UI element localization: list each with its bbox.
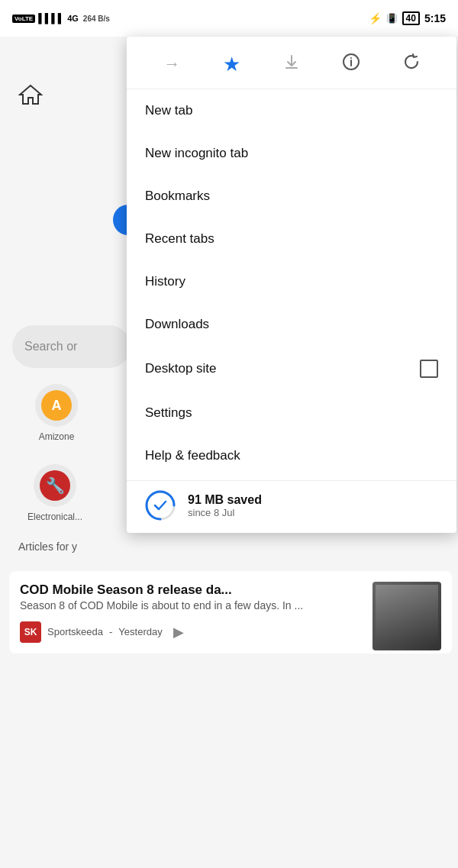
menu-item-recent-tabs-label: Recent tabs bbox=[145, 231, 214, 247]
shortcut-amizone[interactable]: A Amizone bbox=[35, 384, 78, 442]
data-saved-text: 91 MB saved since 8 Jul bbox=[188, 493, 262, 518]
home-icon[interactable] bbox=[18, 82, 43, 110]
shortcut-amizone-label: Amizone bbox=[39, 431, 75, 442]
menu-item-downloads-label: Downloads bbox=[145, 317, 209, 332]
menu-item-downloads[interactable]: Downloads bbox=[127, 303, 456, 346]
menu-item-history-label: History bbox=[145, 274, 185, 289]
menu-item-bookmarks-label: Bookmarks bbox=[145, 189, 210, 204]
star-icon: ★ bbox=[223, 53, 240, 76]
data-saved-since: since 8 Jul bbox=[188, 507, 262, 518]
menu-item-help-feedback[interactable]: Help & feedback bbox=[127, 434, 456, 477]
menu-item-bookmarks[interactable]: Bookmarks bbox=[127, 175, 456, 218]
search-bar[interactable]: Search or bbox=[12, 325, 131, 368]
vibrate-icon: 📳 bbox=[386, 13, 398, 24]
bookmark-button[interactable]: ★ bbox=[217, 49, 247, 79]
data-saved-row: 91 MB saved since 8 Jul bbox=[127, 480, 456, 524]
reload-button[interactable] bbox=[396, 49, 427, 79]
news-title: COD Mobile Season 8 release da... bbox=[20, 582, 365, 599]
shortcut-electronic-label: Electronical... bbox=[27, 511, 82, 522]
source-icon: SK bbox=[20, 621, 41, 643]
info-button[interactable] bbox=[336, 49, 366, 79]
menu-item-new-incognito-tab[interactable]: New incognito tab bbox=[127, 132, 456, 175]
news-thumbnail bbox=[373, 582, 441, 650]
search-placeholder-text: Search or bbox=[24, 340, 77, 353]
data-speed: 264 B/s bbox=[83, 15, 110, 23]
network-type: 4G bbox=[67, 14, 79, 23]
menu-item-settings[interactable]: Settings bbox=[127, 392, 456, 434]
volte-badge: VoLTE bbox=[12, 15, 35, 23]
shortcut-amizone-icon: A bbox=[35, 384, 78, 427]
forward-button[interactable]: → bbox=[156, 49, 187, 79]
bluetooth-icon: ⚡ bbox=[369, 12, 382, 24]
news-source: SK Sportskeeda - Yesterday ▶ bbox=[20, 621, 184, 643]
source-name: Sportskeeda bbox=[47, 626, 103, 637]
menu-item-new-tab-label: New tab bbox=[145, 103, 192, 118]
reload-icon bbox=[402, 53, 421, 76]
news-time: Yesterday bbox=[118, 626, 162, 637]
data-saved-icon bbox=[145, 490, 176, 521]
menu-item-history[interactable]: History bbox=[127, 260, 456, 303]
source-separator: - bbox=[109, 626, 112, 637]
battery-indicator: 40 bbox=[402, 11, 420, 25]
articles-label: Articles for y bbox=[18, 540, 77, 553]
shortcut-electronic-icon: 🔧 bbox=[34, 464, 76, 507]
shortcut-electronic[interactable]: 🔧 Electronical... bbox=[27, 464, 82, 522]
status-bar: VoLTE ▌▌▌▌ 4G 264 B/s ⚡ 📳 40 5:15 bbox=[0, 0, 458, 37]
menu-item-new-incognito-tab-label: New incognito tab bbox=[145, 146, 248, 161]
forward-icon: → bbox=[163, 54, 180, 74]
status-left: VoLTE ▌▌▌▌ 4G 264 B/s bbox=[12, 13, 110, 24]
dropdown-menu: → ★ bbox=[127, 37, 456, 533]
news-card: COD Mobile Season 8 release da... Season… bbox=[9, 571, 452, 653]
signal-bars: ▌▌▌▌ bbox=[38, 13, 64, 24]
menu-toolbar: → ★ bbox=[127, 37, 456, 89]
time: 5:15 bbox=[424, 12, 446, 24]
menu-item-recent-tabs[interactable]: Recent tabs bbox=[127, 218, 456, 260]
menu-item-settings-label: Settings bbox=[145, 405, 192, 421]
desktop-site-checkbox[interactable] bbox=[420, 360, 438, 378]
menu-item-new-tab[interactable]: New tab bbox=[127, 89, 456, 132]
menu-item-help-feedback-label: Help & feedback bbox=[145, 448, 240, 463]
news-description: Season 8 of COD Mobile is about to end i… bbox=[20, 599, 365, 614]
menu-item-desktop-site[interactable]: Desktop site bbox=[127, 346, 456, 392]
download-button[interactable] bbox=[276, 49, 307, 79]
svg-point-3 bbox=[350, 57, 352, 59]
info-icon bbox=[342, 53, 360, 76]
menu-item-desktop-site-label: Desktop site bbox=[145, 361, 217, 376]
download-icon bbox=[283, 53, 300, 75]
data-saved-amount: 91 MB saved bbox=[188, 493, 262, 507]
play-icon[interactable]: ▶ bbox=[173, 624, 184, 641]
status-right: ⚡ 📳 40 5:15 bbox=[369, 11, 446, 25]
